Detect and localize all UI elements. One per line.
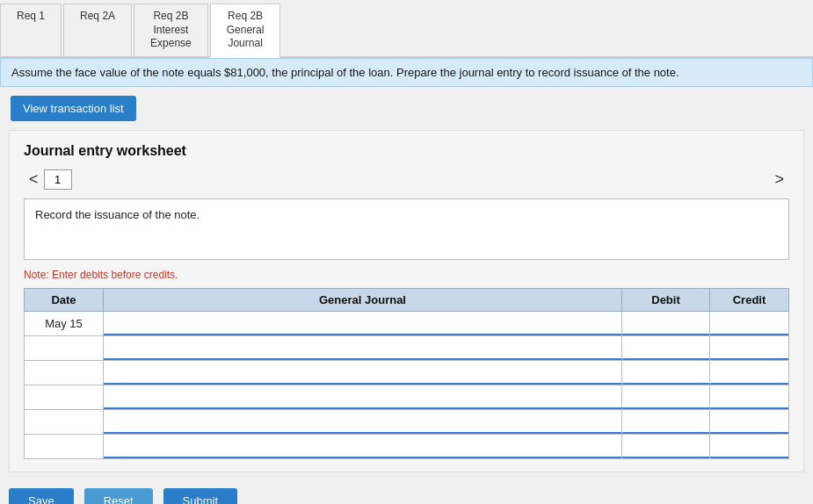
gj-input[interactable]	[104, 435, 621, 458]
debit-cell[interactable]	[622, 385, 710, 409]
table-row	[25, 335, 789, 360]
credit-input[interactable]	[710, 312, 788, 335]
credit-cell[interactable]	[710, 385, 789, 409]
credit-cell[interactable]	[710, 434, 789, 458]
date-cell	[25, 385, 104, 409]
gj-cell[interactable]	[104, 409, 622, 434]
date-cell	[25, 335, 104, 360]
gj-cell[interactable]	[104, 335, 622, 360]
table-row	[25, 409, 789, 434]
table-row	[25, 434, 789, 458]
credit-input[interactable]	[710, 385, 788, 409]
bottom-bar: Save Reset Submit	[0, 481, 813, 504]
main-content: Journal entry worksheet < 1 > Record the…	[9, 130, 804, 472]
gj-cell[interactable]	[104, 385, 622, 409]
debit-cell[interactable]	[622, 360, 710, 385]
prev-page-arrow[interactable]: <	[24, 170, 44, 189]
table-row	[25, 385, 789, 409]
tabs-bar: Req 1 Req 2A Req 2BInterestExpense Req 2…	[0, 0, 813, 58]
debit-input[interactable]	[622, 336, 709, 360]
save-button[interactable]: Save	[9, 488, 74, 504]
description-box: Record the issuance of the note.	[24, 198, 789, 260]
debit-cell[interactable]	[622, 409, 710, 434]
debit-cell[interactable]	[622, 434, 710, 458]
tab-req2b-general[interactable]: Req 2BGeneralJournal	[210, 4, 281, 58]
debit-cell[interactable]	[622, 335, 710, 360]
gj-cell[interactable]	[104, 360, 622, 385]
submit-button[interactable]: Submit	[163, 488, 237, 504]
nav-row: < 1 >	[24, 169, 789, 190]
debit-input[interactable]	[622, 385, 709, 409]
credit-input[interactable]	[710, 361, 788, 385]
journal-table: Date General Journal Debit Credit May 15	[24, 288, 789, 459]
gj-cell[interactable]	[104, 434, 622, 458]
table-row: May 15	[25, 311, 789, 335]
tab-req1[interactable]: Req 1	[0, 4, 62, 56]
date-cell	[25, 409, 104, 434]
header-general-journal: General Journal	[104, 288, 622, 311]
credit-input[interactable]	[710, 410, 788, 434]
gj-input[interactable]	[104, 336, 621, 360]
debit-input[interactable]	[622, 361, 709, 385]
debit-input[interactable]	[622, 312, 709, 335]
view-transaction-button[interactable]: View transaction list	[11, 96, 136, 121]
gj-input[interactable]	[104, 312, 621, 335]
date-cell	[25, 434, 104, 458]
gj-input[interactable]	[104, 361, 621, 385]
gj-input[interactable]	[104, 385, 621, 409]
credit-input[interactable]	[710, 435, 788, 458]
header-credit: Credit	[710, 288, 789, 311]
credit-input[interactable]	[710, 336, 788, 360]
credit-cell[interactable]	[710, 335, 789, 360]
page-number: 1	[44, 169, 72, 190]
credit-cell[interactable]	[710, 409, 789, 434]
tab-req2a[interactable]: Req 2A	[63, 4, 132, 56]
info-banner: Assume the face value of the note equals…	[0, 58, 813, 87]
header-date: Date	[25, 288, 104, 311]
tab-req2b-interest[interactable]: Req 2BInterestExpense	[134, 4, 208, 56]
gj-cell[interactable]	[104, 311, 622, 335]
credit-cell[interactable]	[710, 311, 789, 335]
debit-input[interactable]	[622, 410, 709, 434]
debit-cell[interactable]	[622, 311, 710, 335]
worksheet-title: Journal entry worksheet	[24, 143, 789, 159]
credit-cell[interactable]	[710, 360, 789, 385]
date-cell	[25, 360, 104, 385]
reset-button[interactable]: Reset	[84, 488, 153, 504]
table-row	[25, 360, 789, 385]
note-text: Note: Enter debits before credits.	[24, 269, 789, 281]
header-debit: Debit	[622, 288, 710, 311]
debit-input[interactable]	[622, 435, 709, 458]
next-page-arrow[interactable]: >	[769, 170, 789, 189]
date-cell: May 15	[25, 311, 104, 335]
gj-input[interactable]	[104, 410, 621, 434]
